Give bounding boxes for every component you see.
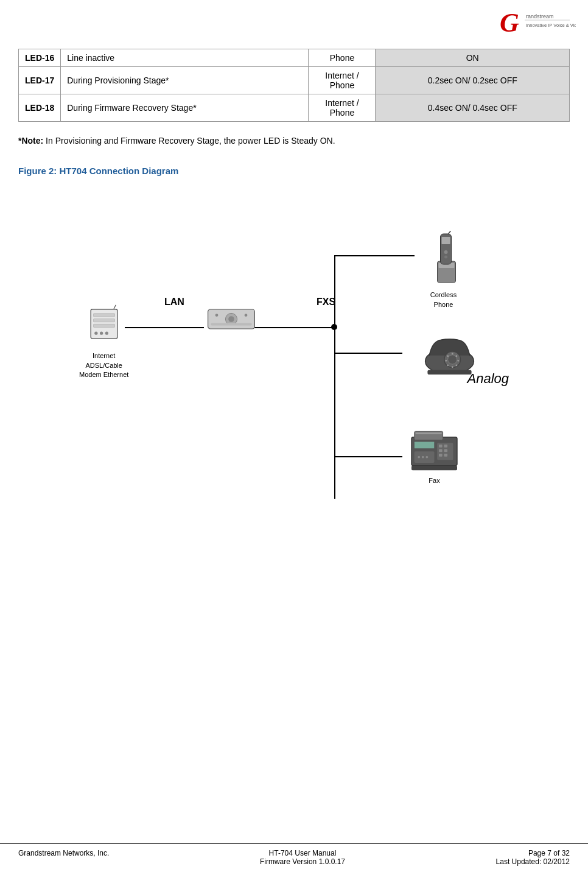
svg-point-8 bbox=[94, 332, 97, 335]
svg-rect-45 bbox=[439, 454, 443, 457]
led-id: LED-17 bbox=[19, 67, 61, 94]
svg-rect-21 bbox=[442, 237, 450, 244]
note-body: In Provisioning and Firmware Recovery St… bbox=[43, 136, 335, 146]
svg-point-29 bbox=[455, 356, 457, 357]
connection-diagram: LAN FXS Analog bbox=[18, 194, 570, 511]
svg-point-10 bbox=[105, 332, 108, 335]
led-table: LED-16Line inactivePhoneONLED-17During P… bbox=[18, 49, 570, 122]
led-source: Internet /Phone bbox=[309, 67, 376, 94]
svg-rect-36 bbox=[427, 370, 471, 375]
modem-icon bbox=[83, 304, 125, 347]
led-description: Line inactive bbox=[61, 49, 309, 67]
led-source: Phone bbox=[309, 49, 376, 67]
led-description: During Provisioning Stage* bbox=[61, 67, 309, 94]
svg-point-22 bbox=[444, 250, 448, 254]
svg-line-24 bbox=[449, 231, 451, 234]
footer-center: HT-704 User Manual Firmware Version 1.0.… bbox=[260, 849, 345, 866]
svg-rect-47 bbox=[415, 442, 435, 449]
line-vertical-junction bbox=[334, 255, 335, 499]
svg-rect-7 bbox=[93, 325, 114, 328]
led-id: LED-16 bbox=[19, 49, 61, 67]
led-status: ON bbox=[376, 49, 570, 67]
fax-label: Fax bbox=[429, 476, 439, 485]
device-fax: Fax bbox=[408, 426, 460, 485]
svg-rect-39 bbox=[416, 433, 442, 435]
svg-point-31 bbox=[455, 365, 457, 367]
svg-point-49 bbox=[418, 456, 420, 459]
table-row: LED-18During Firmware Recovery Stage*Int… bbox=[19, 94, 570, 122]
device-ht704 bbox=[207, 301, 256, 340]
modem-label: InternetADSL/CableModem Ethernet bbox=[79, 351, 128, 379]
footer-left: Grandstream Networks, Inc. bbox=[18, 849, 109, 866]
led-status: 0.4sec ON/ 0.4sec OFF bbox=[376, 94, 570, 122]
footer: Grandstream Networks, Inc. HT-704 User M… bbox=[0, 843, 588, 871]
svg-point-50 bbox=[422, 456, 424, 459]
svg-rect-48 bbox=[415, 452, 435, 463]
svg-rect-43 bbox=[439, 449, 443, 452]
svg-point-23 bbox=[444, 256, 447, 259]
svg-rect-41 bbox=[439, 445, 443, 448]
footer-right: Page 7 of 32 Last Updated: 02/2012 bbox=[496, 849, 570, 866]
svg-rect-17 bbox=[211, 323, 251, 326]
svg-point-34 bbox=[445, 360, 447, 362]
svg-point-28 bbox=[452, 353, 453, 355]
svg-rect-5 bbox=[93, 314, 114, 317]
svg-rect-46 bbox=[444, 454, 447, 457]
device-analog-phone bbox=[421, 328, 478, 380]
led-status: 0.2sec ON/ 0.2sec OFF bbox=[376, 67, 570, 94]
led-id: LED-18 bbox=[19, 94, 61, 122]
ht704-icon bbox=[207, 301, 256, 337]
main-content: LED-16Line inactivePhoneONLED-17During P… bbox=[0, 0, 588, 572]
fax-icon bbox=[408, 426, 460, 471]
cordless-phone-icon bbox=[421, 231, 466, 286]
footer-manual-title: HT-704 User Manual bbox=[260, 849, 345, 857]
fxs-label: FXS bbox=[317, 297, 335, 308]
svg-rect-6 bbox=[93, 319, 114, 322]
note-text: *Note: In Provisioning and Firmware Reco… bbox=[18, 134, 570, 147]
line-to-analog bbox=[335, 353, 402, 354]
led-description: During Firmware Recovery Stage* bbox=[61, 94, 309, 122]
logo-area: G randstream Innovative IP Voice & Video bbox=[497, 6, 576, 40]
svg-point-14 bbox=[228, 317, 234, 323]
svg-point-15 bbox=[215, 314, 219, 317]
svg-point-16 bbox=[245, 314, 248, 317]
svg-text:Innovative IP Voice & Video: Innovative IP Voice & Video bbox=[526, 23, 576, 28]
footer-page: Page 7 of 32 bbox=[496, 849, 570, 857]
svg-text:randstream: randstream bbox=[526, 13, 554, 19]
footer-firmware-version: Firmware Version 1.0.0.17 bbox=[260, 857, 345, 866]
table-row: LED-16Line inactivePhoneON bbox=[19, 49, 570, 67]
svg-point-32 bbox=[452, 367, 453, 368]
note-prefix: *Note: bbox=[18, 136, 43, 146]
svg-point-9 bbox=[100, 332, 103, 335]
svg-point-30 bbox=[457, 360, 459, 362]
analog-phone-icon bbox=[421, 328, 478, 377]
device-modem: InternetADSL/CableModem Ethernet bbox=[79, 304, 128, 379]
svg-rect-44 bbox=[444, 449, 447, 452]
line-modem-to-ht704 bbox=[125, 327, 204, 328]
svg-rect-52 bbox=[411, 466, 457, 471]
line-ht704-to-junction bbox=[250, 327, 335, 328]
cordless-phone-label: CordlessPhone bbox=[430, 290, 457, 309]
svg-line-11 bbox=[113, 305, 116, 309]
figure-title: Figure 2: HT704 Connection Diagram bbox=[18, 166, 570, 176]
line-to-cordless bbox=[335, 255, 415, 256]
led-source: Internet /Phone bbox=[309, 94, 376, 122]
junction-dot bbox=[331, 324, 337, 330]
svg-point-33 bbox=[447, 365, 449, 367]
line-to-fax bbox=[335, 456, 402, 457]
svg-point-51 bbox=[425, 456, 428, 459]
svg-text:G: G bbox=[500, 8, 519, 38]
svg-point-35 bbox=[447, 356, 449, 357]
device-cordless: CordlessPhone bbox=[421, 231, 466, 309]
svg-rect-42 bbox=[444, 445, 447, 448]
lan-label: LAN bbox=[164, 297, 184, 308]
footer-date: Last Updated: 02/2012 bbox=[496, 857, 570, 866]
table-row: LED-17During Provisioning Stage*Internet… bbox=[19, 67, 570, 94]
